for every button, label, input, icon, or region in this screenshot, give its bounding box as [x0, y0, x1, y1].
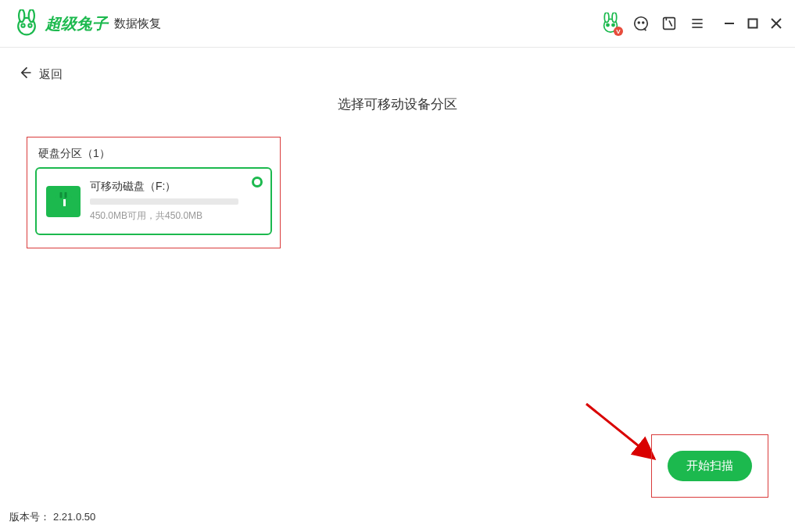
title-bar: 超级兔子 数据恢复 V — [0, 0, 795, 47]
svg-point-10 — [606, 23, 610, 27]
menu-icon[interactable] — [689, 15, 706, 32]
user-avatar[interactable]: V — [600, 12, 621, 34]
svg-point-12 — [635, 17, 648, 30]
brand-subtitle: 数据恢复 — [114, 16, 161, 31]
tools-icon[interactable] — [661, 15, 678, 32]
maximize-button[interactable] — [747, 17, 759, 30]
svg-point-14 — [643, 22, 644, 23]
partition-info: 可移动磁盘（F:） 450.0MB可用，共450.0MB — [90, 180, 261, 223]
usage-bar — [90, 198, 238, 205]
removable-disk-icon — [46, 186, 81, 217]
svg-rect-24 — [60, 192, 63, 198]
svg-point-9 — [612, 12, 617, 23]
vip-badge-icon: V — [614, 27, 623, 36]
back-button[interactable]: 返回 — [0, 48, 795, 92]
svg-rect-20 — [749, 20, 757, 28]
svg-point-13 — [638, 22, 639, 23]
rabbit-icon — [13, 9, 41, 37]
partition-name: 可移动磁盘（F:） — [90, 180, 261, 194]
app-logo: 超级兔子 数据恢复 — [13, 9, 161, 37]
svg-point-5 — [22, 25, 23, 27]
service-icon[interactable] — [632, 15, 650, 32]
svg-rect-26 — [63, 199, 66, 206]
svg-point-11 — [611, 23, 615, 27]
selected-indicator-icon — [252, 177, 263, 187]
version-label: 版本号： — [9, 511, 50, 523]
svg-point-8 — [604, 12, 609, 23]
page-title: 选择可移动设备分区 — [0, 95, 795, 113]
close-button[interactable] — [770, 17, 782, 30]
partition-group-highlight: 硬盘分区（1） 可移动磁盘（F:） 450.0MB可用，共450.0MB — [27, 137, 281, 248]
version-value: 2.21.0.50 — [53, 511, 95, 523]
start-scan-button[interactable]: 开始扫描 — [668, 451, 752, 481]
partition-card[interactable]: 可移动磁盘（F:） 450.0MB可用，共450.0MB — [35, 167, 272, 235]
svg-point-6 — [29, 25, 30, 27]
svg-rect-25 — [65, 192, 67, 198]
back-label: 返回 — [39, 67, 63, 82]
partition-size: 450.0MB可用，共450.0MB — [90, 209, 261, 223]
arrow-left-icon — [17, 65, 33, 84]
svg-point-1 — [19, 9, 24, 22]
version-footer: 版本号：2.21.0.50 — [9, 510, 95, 524]
minimize-button[interactable] — [723, 17, 736, 30]
brand-name: 超级兔子 — [45, 13, 108, 34]
svg-line-27 — [586, 404, 654, 459]
svg-rect-15 — [664, 18, 675, 30]
svg-point-2 — [29, 9, 34, 22]
scan-button-highlight: 开始扫描 — [651, 434, 768, 498]
partition-group-label: 硬盘分区（1） — [35, 147, 272, 161]
